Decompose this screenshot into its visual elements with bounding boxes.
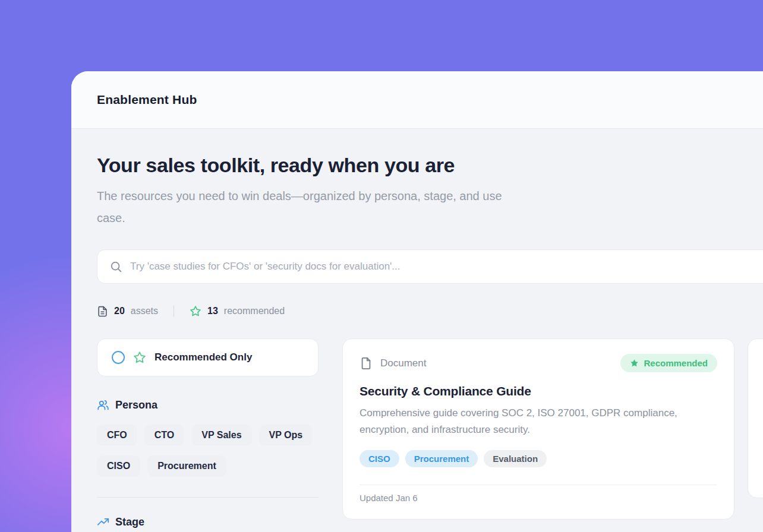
- content-layout: Recommended Only Persona CFOCTOVP SalesV…: [97, 338, 763, 528]
- card-title: Security & Compliance Guide: [360, 384, 717, 398]
- badge-label: Recommended: [644, 358, 708, 368]
- persona-section-heading: Persona: [97, 399, 319, 411]
- asset-card-security-compliance[interactable]: Document Recommended Security & Complian…: [342, 338, 734, 520]
- search-bar[interactable]: [97, 249, 763, 284]
- persona-chip[interactable]: Procurement: [147, 455, 226, 477]
- users-icon: [97, 399, 109, 411]
- stats-divider: [174, 305, 174, 317]
- card-footer: Updated Jan 6: [360, 484, 717, 519]
- recommended-badge: Recommended: [620, 354, 717, 372]
- file-icon: [360, 357, 373, 370]
- card-tag-list: CISOProcurementEvaluation: [360, 450, 717, 467]
- star-outline-icon: [190, 305, 201, 317]
- recommended-only-toggle[interactable]: Recommended Only: [97, 338, 319, 376]
- radio-circle[interactable]: [112, 351, 125, 364]
- assets-count: 20: [114, 306, 125, 316]
- persona-chip[interactable]: CISO: [97, 455, 140, 477]
- page-title: Your sales toolkit, ready when you are: [97, 153, 763, 177]
- card-tag: Evaluation: [484, 450, 547, 467]
- assets-label: assets: [131, 306, 158, 316]
- search-icon: [109, 260, 122, 273]
- stage-section-heading: Stage: [97, 516, 319, 528]
- star-outline-icon: [133, 351, 146, 364]
- app-title: Enablement Hub: [97, 93, 197, 107]
- filters-divider: [97, 497, 319, 498]
- persona-chip-list: CFOCTOVP SalesVP OpsCISOProcurement: [97, 425, 319, 477]
- persona-chip[interactable]: VP Sales: [191, 425, 251, 446]
- card-head: Document Recommended: [360, 354, 717, 372]
- app-header: Enablement Hub: [71, 71, 763, 129]
- recommended-label: recommended: [224, 306, 285, 316]
- page-subtitle: The resources you need to win deals—orga…: [97, 185, 763, 229]
- filters-sidebar: Recommended Only Persona CFOCTOVP SalesV…: [97, 338, 319, 528]
- star-filled-icon: [630, 359, 639, 368]
- card-tag: Procurement: [405, 450, 478, 467]
- persona-label: Persona: [115, 399, 157, 411]
- persona-chip[interactable]: VP Ops: [259, 425, 313, 446]
- stats-row: 20 assets 13 recommended: [97, 305, 763, 317]
- asset-card-grid: Document Recommended Security & Complian…: [342, 338, 763, 528]
- card-type-label: Document: [380, 357, 426, 369]
- card-updated: Updated Jan 6: [360, 493, 418, 503]
- card-description: Comprehensive guide covering SOC 2, ISO …: [360, 405, 717, 438]
- recommended-count: 13: [207, 306, 218, 316]
- enablement-hub-window: Enablement Hub Your sales toolkit, ready…: [71, 71, 763, 532]
- card-tag: CISO: [360, 450, 399, 467]
- persona-chip[interactable]: CFO: [97, 425, 137, 446]
- recommended-only-label: Recommended Only: [155, 352, 252, 363]
- trending-up-icon: [97, 516, 109, 528]
- stage-label: Stage: [115, 516, 144, 528]
- search-input[interactable]: [130, 261, 763, 273]
- main-content: Your sales toolkit, ready when you are T…: [71, 129, 763, 528]
- file-text-icon: [97, 306, 108, 317]
- asset-card-partial[interactable]: [748, 338, 763, 498]
- persona-chip[interactable]: CTO: [144, 425, 184, 446]
